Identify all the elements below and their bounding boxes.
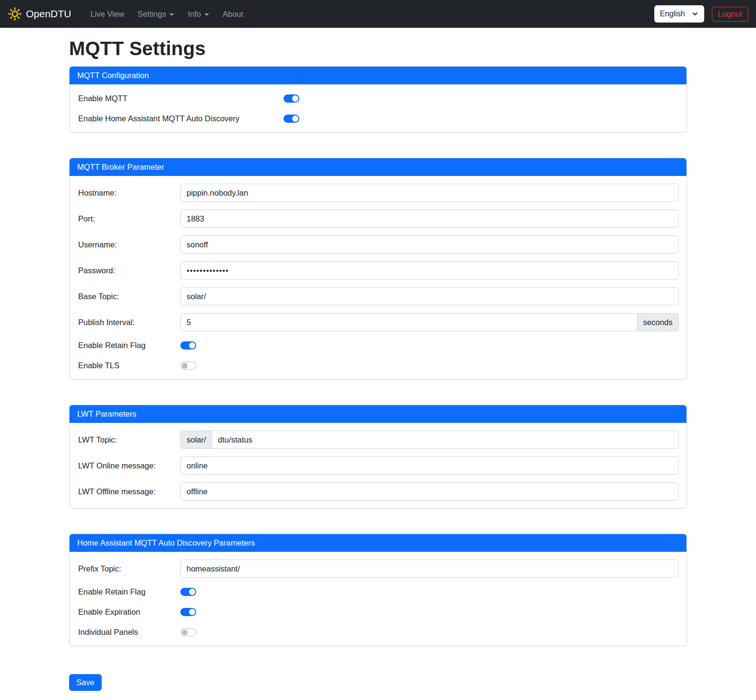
port-label: Port:	[77, 214, 180, 223]
mqtt-broker-card: MQTT Broker Parameter Hostname: Port: Us…	[69, 158, 687, 380]
hostname-row: Hostname:	[77, 184, 679, 202]
enable-ha-discovery-row: Enable Home Assistant MQTT Auto Discover…	[77, 112, 679, 125]
username-row: Username:	[77, 235, 679, 254]
enable-retain-toggle[interactable]	[180, 341, 196, 350]
enable-ha-discovery-toggle[interactable]	[284, 115, 299, 123]
username-input[interactable]	[180, 235, 679, 254]
base-topic-label: Base Topic:	[77, 292, 180, 301]
prefix-topic-input[interactable]	[180, 560, 679, 578]
card-body: LWT Topic: solar/ LWT Online message: LW…	[70, 423, 686, 508]
port-row: Port:	[77, 210, 679, 228]
lwt-offline-row: LWT Offline message:	[77, 482, 679, 501]
mqtt-configuration-card: MQTT Configuration Enable MQTT Enable Ho…	[69, 66, 687, 133]
ha-discovery-card: Home Assistant MQTT Auto Discovery Param…	[69, 534, 687, 646]
publish-interval-label: Publish Interval:	[77, 318, 180, 327]
page-title: MQTT Settings	[69, 38, 687, 59]
lwt-online-row: LWT Online message:	[77, 456, 679, 475]
ha-retain-toggle[interactable]	[180, 588, 196, 596]
enable-retain-row: Enable Retain Flag	[77, 339, 679, 351]
enable-tls-label: Enable TLS	[77, 361, 180, 370]
nav-item-label: Settings	[138, 10, 166, 19]
card-body: Enable MQTT Enable Home Assistant MQTT A…	[70, 84, 686, 132]
prefix-topic-row: Prefix Topic:	[77, 560, 679, 578]
enable-mqtt-toggle[interactable]	[284, 94, 299, 103]
nav-item-label: About	[223, 10, 243, 19]
individual-panels-toggle[interactable]	[180, 628, 196, 636]
nav-item-about[interactable]: About	[216, 6, 250, 23]
publish-interval-unit: seconds	[638, 313, 679, 331]
card-title: MQTT Broker Parameter	[70, 158, 686, 176]
caret-down-icon	[169, 13, 174, 16]
logout-button[interactable]: Logout	[712, 7, 748, 22]
sun-icon	[8, 7, 22, 21]
nav-item-label: Info	[188, 10, 201, 19]
page-container: MQTT Settings MQTT Configuration Enable …	[69, 38, 687, 700]
lwt-offline-label: LWT Offline message:	[77, 487, 180, 496]
password-label: Password:	[77, 266, 180, 275]
caret-down-icon	[204, 13, 209, 16]
card-body: Prefix Topic: Enable Retain Flag Enable …	[70, 552, 686, 646]
save-button[interactable]: Save	[69, 674, 102, 691]
publish-interval-row: Publish Interval: seconds	[77, 313, 679, 331]
navbar-right: English Logout	[654, 5, 748, 23]
lwt-offline-input[interactable]	[180, 482, 679, 501]
navbar-brand[interactable]: OpenDTU	[8, 7, 71, 21]
individual-panels-row: Individual Panels	[77, 626, 679, 638]
prefix-topic-label: Prefix Topic:	[77, 564, 180, 573]
lwt-topic-row: LWT Topic: solar/	[77, 431, 679, 449]
hostname-label: Hostname:	[77, 188, 180, 198]
port-input[interactable]	[180, 210, 679, 228]
top-navbar: OpenDTU Live View Settings Info About En…	[0, 0, 756, 28]
lwt-online-input[interactable]	[180, 456, 679, 475]
username-label: Username:	[77, 240, 180, 249]
brand-label: OpenDTU	[26, 8, 71, 20]
lwt-topic-prefix: solar/	[180, 431, 212, 449]
card-title: Home Assistant MQTT Auto Discovery Param…	[70, 534, 686, 552]
enable-tls-toggle[interactable]	[180, 362, 196, 370]
enable-mqtt-label: Enable MQTT	[77, 94, 284, 103]
lwt-parameters-card: LWT Parameters LWT Topic: solar/ LWT Onl…	[69, 405, 687, 509]
lwt-topic-input[interactable]	[212, 431, 679, 449]
language-selected-label: English	[660, 10, 685, 18]
ha-expiration-label: Enable Expiration	[77, 607, 180, 617]
card-title: LWT Parameters	[70, 405, 686, 423]
ha-expiration-toggle[interactable]	[180, 608, 196, 616]
base-topic-input[interactable]	[180, 287, 679, 305]
ha-retain-row: Enable Retain Flag	[77, 585, 679, 598]
ha-expiration-row: Enable Expiration	[77, 606, 679, 618]
enable-retain-label: Enable Retain Flag	[77, 341, 180, 350]
nav-item-settings[interactable]: Settings	[131, 6, 181, 23]
main-nav: Live View Settings Info About	[84, 6, 250, 23]
chevron-down-icon	[692, 11, 698, 17]
enable-mqtt-row: Enable MQTT	[77, 92, 679, 105]
publish-interval-input[interactable]	[180, 313, 638, 331]
language-select[interactable]: English	[654, 5, 704, 23]
card-title: MQTT Configuration	[70, 67, 686, 84]
lwt-online-label: LWT Online message:	[77, 461, 180, 470]
password-row: Password:	[77, 261, 679, 280]
lwt-topic-label: LWT Topic:	[77, 435, 180, 444]
hostname-input[interactable]	[180, 184, 679, 202]
enable-tls-row: Enable TLS	[77, 359, 679, 372]
nav-item-label: Live View	[91, 10, 124, 19]
individual-panels-label: Individual Panels	[77, 628, 180, 637]
nav-item-live-view[interactable]: Live View	[84, 6, 131, 23]
ha-retain-label: Enable Retain Flag	[77, 587, 180, 596]
base-topic-row: Base Topic:	[77, 287, 679, 305]
nav-item-info[interactable]: Info	[181, 6, 216, 23]
password-input[interactable]	[180, 261, 679, 280]
card-body: Hostname: Port: Username: Password: Base…	[70, 176, 686, 379]
enable-ha-discovery-label: Enable Home Assistant MQTT Auto Discover…	[77, 114, 284, 123]
